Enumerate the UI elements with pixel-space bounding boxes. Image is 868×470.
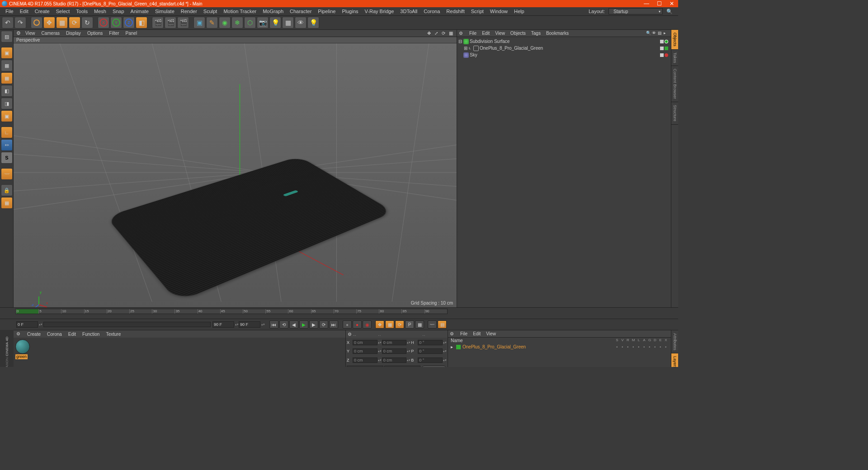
make-editable-button[interactable]: ▨	[1, 31, 13, 42]
timeline-tick[interactable]: 65	[311, 309, 334, 314]
timeline-tick[interactable]: 20	[107, 309, 129, 314]
search-icon[interactable]: 🔍	[664, 8, 675, 15]
timeline-tick[interactable]: 15	[84, 309, 107, 314]
move-tool[interactable]: ✥	[43, 17, 55, 28]
tag-button[interactable]: 💡	[307, 17, 319, 28]
rot-input[interactable]	[418, 357, 443, 363]
locked-workplane-button[interactable]: ▦	[1, 197, 13, 209]
menu-edit[interactable]: Edit	[17, 8, 31, 14]
tree-row-subdivision[interactable]: ⊟ Subdivision Surface	[458, 38, 670, 45]
model-mode-button[interactable]: ▣	[1, 47, 13, 59]
layer-toggle[interactable]: ▪	[664, 345, 668, 349]
timeline-tick[interactable]: 10	[61, 309, 84, 314]
mat-menu-create[interactable]: Create	[24, 332, 43, 337]
scale-tool[interactable]: ▦	[56, 17, 68, 28]
minimize-button[interactable]: —	[642, 0, 651, 7]
undo-button[interactable]: ↶	[2, 17, 14, 28]
search-icon[interactable]: 🔍	[646, 31, 651, 36]
om-menu-objects[interactable]: Objects	[508, 31, 528, 36]
menu-mesh[interactable]: Mesh	[91, 8, 109, 14]
prev-frame-button[interactable]: ◀	[289, 320, 298, 329]
layer-toggle[interactable]: ▪	[615, 345, 619, 349]
gear-icon[interactable]: ⚙	[459, 31, 464, 36]
key-pos-button[interactable]: ✥	[375, 320, 384, 329]
key-param-button[interactable]: P	[405, 320, 414, 329]
key-scale-button[interactable]: ▦	[385, 320, 394, 329]
viewport-solo-button[interactable]: 🔒	[1, 184, 13, 196]
vp-menu-view[interactable]: View	[23, 31, 38, 36]
axis-button[interactable]: ∟	[1, 127, 13, 138]
layer-name[interactable]: OnePlus_8_Pro_Glacial_Green	[462, 344, 526, 349]
maximize-button[interactable]: ☐	[655, 0, 664, 7]
om-menu-tags[interactable]: Tags	[529, 31, 543, 36]
tree-row-sky[interactable]: Sky	[458, 52, 670, 58]
tab-structure[interactable]: Structure	[671, 102, 678, 125]
eye-icon[interactable]: 👁	[652, 31, 657, 36]
fcurve-button[interactable]: 〰	[428, 320, 437, 329]
key-rot-button[interactable]: ⟳	[395, 320, 404, 329]
vp-menu-panel[interactable]: Panel	[123, 31, 140, 36]
vp-menu-options[interactable]: Options	[85, 31, 105, 36]
menu-render[interactable]: Render	[178, 8, 200, 14]
spinner-icon[interactable]: ▴▾	[407, 349, 410, 353]
workplane-button[interactable]: ▦	[1, 72, 13, 84]
render-view-button[interactable]: 🎬	[152, 17, 164, 28]
soft-select-button[interactable]: 〰	[1, 168, 13, 180]
texture-mode-button[interactable]: ▦	[1, 60, 13, 71]
rot-input[interactable]	[418, 348, 443, 354]
menu-snap[interactable]: Snap	[110, 8, 127, 14]
timeline-tick[interactable]: 0	[16, 309, 38, 314]
menu-tools[interactable]: Tools	[73, 8, 90, 14]
timeline-tick[interactable]: 85	[401, 309, 424, 314]
vp-menu-filter[interactable]: Filter	[106, 31, 122, 36]
goto-end-button[interactable]: ⏭	[329, 320, 338, 329]
scene-button[interactable]: 👁	[295, 17, 307, 28]
edge-mode-button[interactable]: ◨	[1, 98, 13, 109]
snap-button[interactable]: S	[1, 152, 13, 164]
layer-color-icon[interactable]	[456, 345, 461, 349]
recent-tool[interactable]: ↻	[81, 17, 93, 28]
next-frame-button[interactable]: ▶	[309, 320, 318, 329]
pos-input[interactable]	[353, 348, 377, 354]
vp-menu-cameras[interactable]: Cameras	[39, 31, 63, 36]
menu-pipeline[interactable]: Pipeline	[315, 8, 338, 14]
menu-window[interactable]: Window	[487, 8, 510, 14]
mat-menu-function[interactable]: Function	[80, 332, 102, 337]
size-input[interactable]	[382, 348, 407, 354]
om-menu-view[interactable]: View	[493, 31, 507, 36]
layer-toggle[interactable]: ▪	[653, 345, 657, 349]
layer-toggle[interactable]: ▪	[647, 345, 652, 349]
timeline-tick[interactable]: 5	[38, 309, 61, 314]
vp-nav-rotate-icon[interactable]: ⟳	[440, 30, 447, 37]
timeline-tick[interactable]: 35	[175, 309, 197, 314]
timeline-tick[interactable]: 55	[265, 309, 288, 314]
timeline-slider[interactable]	[43, 322, 211, 327]
gear-icon[interactable]: ⚙	[16, 30, 22, 36]
timeline-tick[interactable]: 90	[425, 309, 447, 314]
timeline-tick[interactable]: 70	[334, 309, 356, 314]
select-tool[interactable]	[31, 17, 42, 28]
spinner-icon[interactable]: ▴▾	[407, 341, 410, 344]
redo-button[interactable]: ↷	[14, 17, 26, 28]
spline-button[interactable]: ✎	[206, 17, 218, 28]
play-button[interactable]: ▶	[299, 320, 308, 329]
layout-dropdown[interactable]: Startup	[609, 8, 663, 14]
frame-end-input[interactable]	[239, 321, 260, 328]
vp-menu-display[interactable]: Display	[63, 31, 84, 36]
fold-icon[interactable]: ▸	[664, 31, 669, 36]
tree-row-oneplus[interactable]: ⊞ L OnePlus_8_Pro_Glacial_Green	[458, 45, 670, 52]
menu-file[interactable]: File	[3, 8, 16, 14]
timeline-tick[interactable]: 75	[356, 309, 379, 314]
menu-plugins[interactable]: Plugins	[339, 8, 361, 14]
timeline-tick[interactable]: 25	[129, 309, 152, 314]
mat-menu-corona[interactable]: Corona	[44, 332, 65, 337]
frame-start-input[interactable]	[16, 321, 38, 328]
menu-motion[interactable]: Motion Tracker	[221, 8, 259, 14]
close-button[interactable]: ✕	[667, 0, 676, 7]
gear-icon[interactable]: ⚙	[16, 331, 22, 337]
vp-nav-toggle-icon[interactable]: ▦	[448, 30, 454, 37]
menu-create[interactable]: Create	[32, 8, 52, 14]
timeline-tick[interactable]: 80	[379, 309, 401, 314]
spinner-icon[interactable]: ▴▾	[443, 349, 447, 353]
om-menu-file[interactable]: File	[467, 31, 479, 36]
